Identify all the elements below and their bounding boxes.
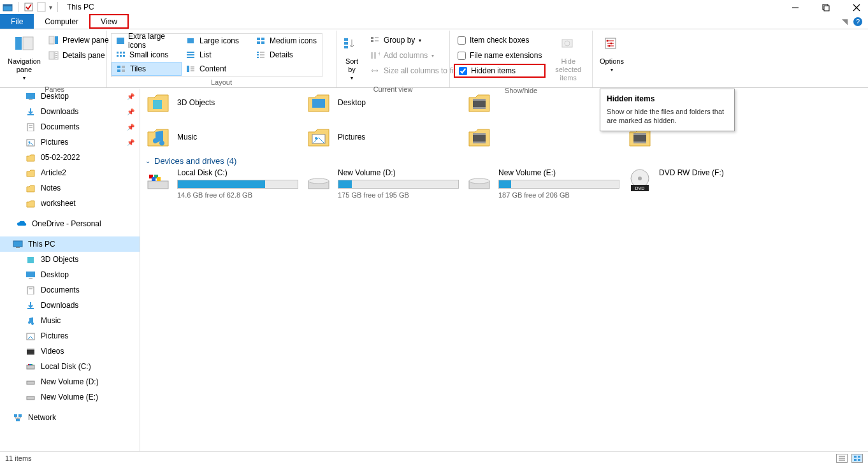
nav-local-disk-c-[interactable]: Local Disk (C:) [0, 359, 140, 374]
svg-rect-68 [29, 99, 33, 100]
svg-rect-104 [473, 133, 486, 135]
drive-local-disk-c-[interactable]: Local Disk (C:)14.6 GB free of 62.8 GB [145, 168, 298, 199]
svg-text:?: ? [856, 18, 860, 25]
drive-new-volume-e-[interactable]: New Volume (E:)187 GB free of 206 GB [467, 168, 619, 199]
size-all-columns-button[interactable]: Size all columns to fit [366, 64, 459, 78]
layout-tiles[interactable]: Tiles [112, 62, 182, 76]
chevron-down-icon: ▾ [351, 75, 353, 82]
hidden-items-toggle[interactable]: Hidden items [454, 64, 546, 78]
ribbon-collapse-icon[interactable]: ◥ [842, 17, 848, 26]
close-button[interactable] [849, 3, 864, 13]
svg-rect-52 [344, 42, 348, 45]
qat-dropdown-icon[interactable]: ▾ [49, 4, 52, 11]
help-icon[interactable]: ? [853, 17, 863, 27]
drive-dvd-rw-drive-f-[interactable]: DVDDVD RW Drive (F:) [627, 168, 780, 199]
svg-rect-11 [15, 37, 22, 50]
svg-rect-91 [27, 381, 34, 384]
add-columns-label: Add columns [384, 51, 428, 60]
svg-point-119 [638, 177, 642, 180]
svg-rect-23 [261, 38, 264, 40]
ribbon-tabs: File Computer View ◥ ? [0, 14, 868, 29]
svg-rect-59 [374, 52, 376, 59]
navigation-pane[interactable]: Desktop📌Downloads📌Documents📌Pictures📌05-… [0, 89, 140, 451]
svg-rect-125 [854, 456, 857, 458]
nav-quick-pictures[interactable]: Pictures📌 [0, 134, 140, 150]
nav-music[interactable]: Music [0, 313, 140, 328]
nav-onedrive[interactable]: OneDrive - Personal [0, 216, 140, 231]
nav-3d-objects[interactable]: 3D Objects [0, 252, 140, 267]
svg-rect-35 [257, 52, 259, 53]
nav-desktop[interactable]: Desktop [0, 267, 140, 282]
layout-options[interactable]: Extra large icons Large icons Medium ico… [111, 33, 322, 77]
folder-icon [467, 90, 492, 115]
folder-music[interactable]: Music [145, 122, 298, 152]
navigation-pane-button[interactable]: Navigation pane ▾ [6, 33, 42, 84]
nav-this-pc-label: This PC [28, 240, 55, 249]
svg-text:+: + [378, 51, 380, 57]
group-by-button[interactable]: Group by ▾ [366, 33, 459, 47]
nav-quick-worksheet[interactable]: worksheet [0, 196, 140, 211]
tab-view[interactable]: View [89, 14, 129, 29]
qat-checkbox-icon[interactable] [24, 2, 34, 12]
nav-this-pc[interactable]: This PC [0, 236, 140, 252]
svg-rect-44 [117, 69, 120, 72]
folder-icon [306, 124, 331, 150]
svg-rect-20 [117, 38, 124, 44]
add-columns-button[interactable]: + Add columns ▾ [366, 48, 459, 62]
layout-medium[interactable]: Medium icons [252, 34, 322, 48]
options-button[interactable]: Options ▾ [597, 33, 627, 76]
svg-rect-28 [123, 52, 125, 54]
details-pane-button[interactable]: Details pane [45, 48, 113, 62]
nav-new-volume-e-[interactable]: New Volume (E:) [0, 389, 140, 405]
chevron-down-icon: ⌄ [145, 157, 150, 164]
layout-large[interactable]: Large icons [182, 34, 252, 48]
preview-pane-button[interactable]: Preview pane [45, 33, 113, 47]
nav-quick-05-02-2022[interactable]: 05-02-2022 [0, 150, 140, 165]
nav-quick-article2[interactable]: Article2 [0, 165, 140, 180]
folder-3d-objects[interactable]: 3D Objects [145, 89, 298, 118]
nav-pictures[interactable]: Pictures [0, 328, 140, 344]
nav-videos[interactable]: Videos [0, 344, 140, 359]
folder-item[interactable] [467, 122, 619, 152]
folder-icon [467, 124, 492, 150]
drive-icon [145, 168, 171, 194]
svg-rect-87 [27, 365, 34, 369]
svg-rect-90 [29, 364, 31, 365]
item-check-boxes-toggle[interactable]: Item check boxes [454, 33, 546, 47]
drive-new-volume-d-[interactable]: New Volume (D:)175 GB free of 195 GB [306, 168, 459, 199]
tiles-view-icon[interactable] [851, 454, 863, 463]
nav-network[interactable]: Network [0, 410, 140, 425]
tooltip-title: Hidden items [607, 94, 728, 103]
devices-section-header[interactable]: ⌄ Devices and drives (4) [145, 156, 863, 166]
svg-rect-100 [473, 107, 486, 109]
minimize-button[interactable] [788, 3, 803, 13]
nav-quick-downloads[interactable]: Downloads📌 [0, 104, 140, 119]
svg-rect-78 [26, 272, 35, 277]
layout-content[interactable]: Content [182, 62, 252, 76]
layout-list[interactable]: List [182, 48, 252, 62]
window-title: This PC [67, 3, 94, 11]
status-item-count: 11 items [5, 454, 32, 462]
nav-new-volume-d-[interactable]: New Volume (D:) [0, 374, 140, 389]
details-view-icon[interactable] [836, 454, 848, 463]
sort-by-button[interactable]: Sort by ▾ [340, 33, 363, 84]
tab-computer[interactable]: Computer [34, 14, 89, 29]
layout-small[interactable]: Small icons [112, 48, 182, 62]
folder-desktop[interactable]: Desktop [306, 89, 459, 118]
nav-documents[interactable]: Documents [0, 282, 140, 298]
tab-file[interactable]: File [0, 14, 34, 29]
folder-pictures[interactable]: Pictures [306, 122, 459, 152]
maximize-button[interactable] [818, 3, 834, 13]
nav-quick-desktop[interactable]: Desktop📌 [0, 89, 140, 104]
nav-downloads[interactable]: Downloads [0, 298, 140, 313]
layout-details[interactable]: Details [252, 48, 322, 62]
qat-blank-icon[interactable] [36, 2, 47, 12]
details-pane-label: Details pane [62, 51, 105, 60]
folder-item[interactable] [467, 89, 619, 118]
devices-header-label: Devices and drives (4) [154, 156, 236, 166]
nav-quick-documents[interactable]: Documents📌 [0, 119, 140, 134]
hide-selected-items-button[interactable]: Hide selected items [548, 33, 588, 85]
layout-extra-large[interactable]: Extra large icons [112, 34, 182, 48]
file-name-extensions-toggle[interactable]: File name extensions [454, 48, 546, 62]
nav-quick-notes[interactable]: Notes [0, 180, 140, 196]
